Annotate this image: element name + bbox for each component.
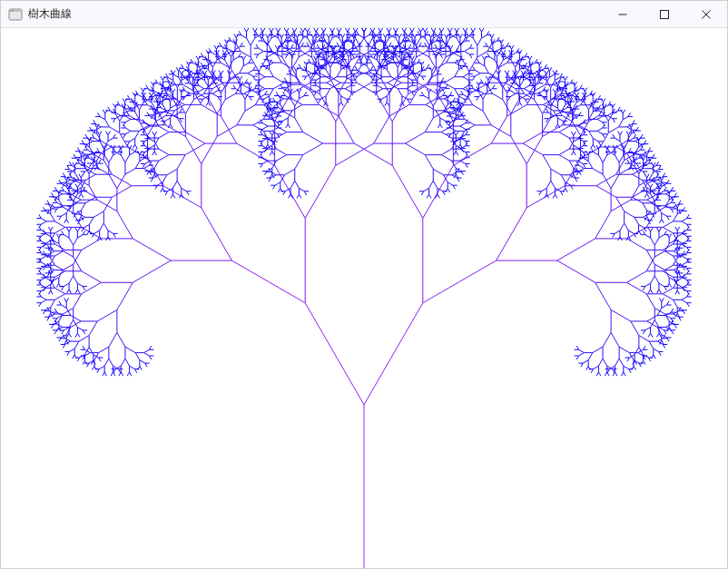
maximize-icon — [660, 6, 669, 23]
app-window: 樹木曲線 — [0, 0, 728, 569]
window-title: 樹木曲線 — [28, 6, 72, 22]
close-icon — [702, 6, 711, 23]
titlebar[interactable]: 樹木曲線 — [1, 1, 727, 28]
minimize-icon — [618, 6, 627, 23]
fractal-tree-canvas — [1, 28, 727, 568]
maximize-button[interactable] — [644, 1, 685, 28]
minimize-button[interactable] — [602, 1, 644, 28]
app-window-icon — [8, 7, 23, 22]
canvas-area — [1, 28, 727, 568]
close-button[interactable] — [685, 1, 727, 28]
svg-rect-5 — [661, 10, 669, 18]
svg-rect-2 — [11, 10, 12, 11]
svg-rect-3 — [13, 10, 14, 11]
